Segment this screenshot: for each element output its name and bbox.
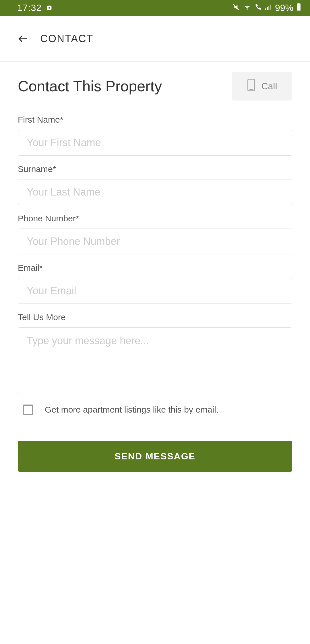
svg-rect-3 [265, 8, 266, 10]
status-bar: 17:32 99% [0, 0, 310, 16]
message-input[interactable] [18, 327, 292, 393]
phone-icon [247, 78, 255, 94]
surname-field: Surname* [18, 164, 292, 205]
send-message-button[interactable]: SEND MESSAGE [18, 441, 292, 472]
first-name-input[interactable] [18, 130, 292, 156]
page-title: Contact This Property [18, 78, 162, 95]
svg-rect-1 [49, 7, 50, 9]
wifi-icon [243, 3, 251, 13]
signal-icon [265, 3, 272, 13]
title-row: Contact This Property Call [18, 72, 292, 100]
call-status-icon [254, 3, 262, 13]
svg-rect-7 [298, 3, 300, 3]
email-label: Email* [18, 263, 292, 273]
back-button[interactable] [17, 33, 29, 45]
surname-input[interactable] [18, 179, 292, 205]
phone-input[interactable] [18, 229, 292, 254]
app-header: CONTACT [0, 16, 310, 62]
battery-icon [296, 3, 301, 13]
battery-percent: 99% [275, 3, 293, 13]
phone-label: Phone Number* [18, 214, 292, 223]
message-label: Tell Us More [18, 312, 292, 322]
status-left: 17:32 [17, 3, 53, 13]
notification-icon [46, 3, 53, 13]
email-optin-checkbox[interactable] [23, 405, 33, 415]
message-field: Tell Us More [18, 312, 292, 394]
svg-rect-8 [297, 3, 301, 11]
svg-rect-6 [270, 5, 271, 10]
surname-label: Surname* [18, 164, 292, 174]
email-input[interactable] [18, 278, 292, 304]
arrow-left-icon [17, 32, 29, 45]
status-time: 17:32 [17, 3, 42, 13]
svg-line-2 [233, 4, 239, 10]
svg-rect-10 [248, 79, 255, 91]
email-optin-row[interactable]: Get more apartment listings like this by… [18, 405, 292, 415]
status-right: 99% [232, 3, 301, 13]
call-button[interactable]: Call [232, 72, 292, 100]
svg-rect-5 [268, 6, 269, 10]
content: Contact This Property Call First Name* S… [0, 62, 310, 472]
first-name-field: First Name* [18, 115, 292, 156]
email-optin-label: Get more apartment listings like this by… [45, 405, 218, 415]
svg-rect-4 [267, 7, 268, 10]
phone-field: Phone Number* [18, 214, 292, 254]
mute-icon [232, 3, 240, 13]
call-label: Call [261, 81, 277, 92]
first-name-label: First Name* [18, 115, 292, 125]
header-title: CONTACT [40, 33, 93, 45]
email-field: Email* [18, 263, 292, 304]
